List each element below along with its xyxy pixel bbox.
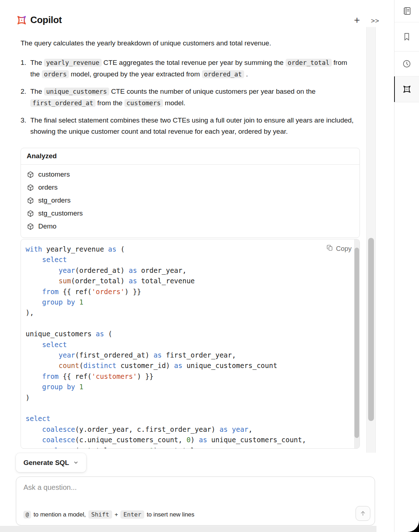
inline-code-chip: unique_customers	[44, 88, 109, 96]
hint-text: to insert new lines	[147, 511, 194, 518]
text-segment: .	[244, 70, 248, 78]
generate-sql-button[interactable]: Generate SQL	[16, 453, 86, 472]
code-line: count(distinct customer_id) as unique_cu…	[26, 360, 354, 371]
model-cube-icon	[27, 197, 34, 204]
code-line	[26, 403, 354, 413]
chevron-down-icon	[73, 460, 79, 465]
model-name: stg_customers	[38, 209, 83, 217]
text-segment: CTE aggregates the total revenue per yea…	[102, 59, 286, 66]
sidebar-item-history[interactable]	[394, 52, 419, 76]
new-chat-button[interactable]: +	[350, 14, 363, 27]
inline-code-chip: order_total	[286, 59, 332, 67]
list-item-text: The yearly_revenue CTE aggregates the to…	[30, 57, 357, 80]
code-line: coalesce(c.unique_customers_count, 0) as…	[26, 435, 354, 445]
history-clock-icon	[402, 59, 411, 68]
copilot-logo-icon	[16, 14, 27, 26]
code-line: ),	[26, 307, 354, 318]
at-mention-chip: @	[23, 511, 31, 519]
code-line: group by 1	[26, 297, 354, 307]
analyzed-model-list: customersordersstg_ordersstg_customersDe…	[21, 165, 360, 238]
code-line: year(ordered_at) as order_year,	[26, 265, 354, 276]
text-segment: The final select statement combines thes…	[30, 116, 354, 135]
bookmark-icon	[402, 32, 411, 41]
ask-question-box: @to mention a model,Shift+Enterto insert…	[16, 476, 375, 526]
sql-code: with yearly_revenue as ( select year(ord…	[21, 239, 354, 449]
code-scrollbar-thumb[interactable]	[354, 248, 359, 438]
analyzed-model-row[interactable]: customers	[27, 168, 354, 181]
list-item-text: The unique_customers CTE counts the numb…	[30, 86, 357, 109]
arrow-up-icon	[360, 510, 366, 517]
analyzed-panel: Analyzed customersordersstg_ordersstg_cu…	[21, 148, 360, 238]
model-name: customers	[38, 170, 70, 178]
code-line: select	[26, 340, 354, 350]
key-chip: Shift	[88, 510, 112, 519]
sidebar-item-copilot[interactable]	[394, 76, 419, 102]
list-item-number: 1.	[21, 57, 30, 80]
analyzed-panel-title: Analyzed	[21, 148, 360, 165]
text-segment: model.	[163, 99, 185, 107]
code-line: group by 1	[26, 382, 354, 392]
panel-scrollbar[interactable]	[366, 27, 376, 453]
code-line: from {{ ref('orders') }}	[26, 287, 354, 297]
analyzed-model-row[interactable]: Demo	[27, 220, 354, 233]
list-item-text: The final select statement combines thes…	[30, 115, 357, 137]
copilot-icon	[402, 84, 412, 94]
code-scrollbar[interactable]	[354, 239, 360, 448]
inline-code-chip: ordered_at	[202, 70, 244, 78]
collapse-panel-button[interactable]: >>	[369, 16, 381, 26]
code-line	[26, 318, 354, 329]
list-item: 1.The yearly_revenue CTE aggregates the …	[21, 57, 357, 80]
code-line: )	[26, 393, 354, 403]
generate-sql-label: Generate SQL	[23, 459, 69, 467]
inline-code-chip: orders	[42, 70, 69, 78]
notebook-icon	[402, 6, 412, 16]
model-name: stg_orders	[38, 196, 71, 204]
analyzed-model-row[interactable]: orders	[27, 181, 354, 194]
model-name: Demo	[38, 222, 57, 230]
code-line: unique_customers as (	[26, 329, 354, 339]
right-sidebar	[394, 0, 419, 532]
copy-button[interactable]: Copy	[326, 244, 352, 253]
submit-question-button[interactable]	[356, 506, 370, 521]
inline-code-chip: yearly_revenue	[44, 59, 102, 67]
ask-question-input[interactable]	[23, 483, 312, 500]
text-segment: model, grouped by the year extracted fro…	[69, 70, 202, 78]
text-segment: CTE counts the number of unique customer…	[109, 88, 316, 95]
list-item: 2.The unique_customers CTE counts the nu…	[21, 86, 357, 109]
window-corner	[402, 515, 419, 532]
code-line: coalesce(y.order_year, c.first_order_yea…	[26, 424, 354, 435]
code-line: sum(order_total) as total_revenue	[26, 276, 354, 286]
sql-code-block: with yearly_revenue as ( select year(ord…	[21, 239, 360, 449]
list-item: 3.The final select statement combines th…	[21, 115, 357, 137]
code-line: from {{ ref('customers') }}	[26, 371, 354, 382]
text-segment: The	[30, 59, 44, 66]
model-cube-icon	[27, 171, 34, 178]
code-line: with yearly_revenue as (	[26, 244, 354, 254]
summary-text: The query calculates the yearly breakdow…	[21, 38, 356, 49]
analyzed-model-row[interactable]: stg_orders	[27, 194, 354, 207]
sidebar-item-notebook[interactable]	[394, 0, 419, 22]
copy-label: Copy	[336, 245, 352, 253]
code-line: select	[26, 254, 354, 265]
panel-scrollbar-thumb[interactable]	[368, 238, 374, 421]
model-cube-icon	[27, 210, 34, 217]
code-line: coalesce(y.total_revenue, 0) as total_re…	[26, 445, 354, 449]
analyzed-model-row[interactable]: stg_customers	[27, 207, 354, 220]
text-segment: The	[30, 88, 44, 95]
list-item-number: 3.	[21, 115, 30, 137]
copy-icon	[326, 244, 333, 253]
model-name: orders	[38, 183, 58, 191]
explanation-list: 1.The yearly_revenue CTE aggregates the …	[21, 57, 357, 143]
hint-text: to mention a model,	[34, 511, 86, 518]
ask-hint: @to mention a model,Shift+Enterto insert…	[23, 510, 194, 519]
hint-text: +	[115, 511, 118, 518]
sidebar-item-bookmarks[interactable]	[394, 22, 419, 52]
page-title: Copilot	[30, 14, 62, 26]
code-line: select	[26, 413, 354, 424]
model-cube-icon	[27, 223, 34, 230]
key-chip: Enter	[120, 510, 144, 519]
model-cube-icon	[27, 184, 34, 191]
text-segment: from the	[96, 99, 124, 107]
panel-bottom-edge	[0, 526, 376, 532]
inline-code-chip: first_ordered_at	[30, 99, 96, 107]
